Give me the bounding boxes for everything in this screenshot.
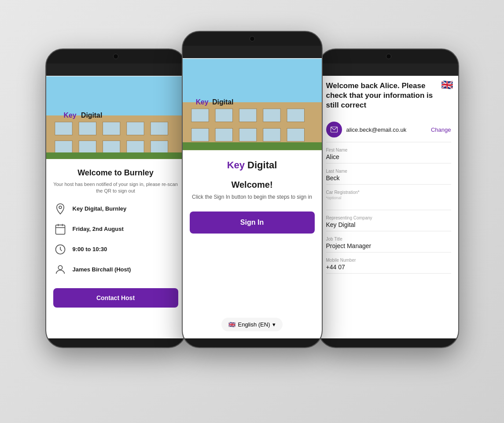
svg-rect-29 — [191, 128, 209, 141]
left-welcome-title: Welcome to Burnley — [53, 168, 178, 178]
brand-key: Key — [227, 160, 245, 171]
svg-rect-2 — [55, 122, 72, 135]
clock-icon — [53, 242, 67, 256]
host-row: James Birchall (Host) — [53, 263, 178, 277]
time-text: 9:00 to 10:30 — [73, 246, 107, 252]
right-flag-icon: 🇬🇧 — [441, 79, 453, 91]
location-text: Key Digital, Burnley — [73, 205, 127, 212]
phone-left-topbar — [46, 49, 185, 63]
job-title-label: Job Title — [326, 237, 451, 241]
svg-rect-4 — [103, 122, 120, 135]
svg-text:Digital: Digital — [212, 98, 233, 106]
svg-rect-5 — [126, 122, 144, 135]
email-address: alice.beck@email.co.uk — [346, 126, 427, 133]
first-name-field: First Name Alice — [326, 148, 451, 163]
welcome-back-title: Welcome back Alice. Please check that yo… — [326, 81, 451, 110]
phone-right-topbar — [319, 49, 458, 63]
car-reg-field: Car Registration* *optional — [326, 190, 451, 210]
last-name-value: Beck — [326, 174, 451, 182]
last-name-field: Last Name Beck — [326, 169, 451, 185]
svg-text:Digital: Digital — [81, 111, 102, 119]
car-reg-value — [326, 200, 451, 207]
location-icon — [53, 202, 67, 216]
language-selector[interactable]: 🇬🇧 English (EN) ▾ — [221, 318, 283, 331]
change-link[interactable]: Change — [431, 126, 451, 133]
first-name-value: Alice — [326, 153, 451, 160]
phone-right-statusbar — [319, 63, 458, 76]
phone-right-camera — [386, 54, 391, 59]
car-reg-label: Car Registration* — [326, 190, 451, 195]
phone-left-statusbar — [46, 63, 185, 76]
last-name-label: Last Name — [326, 169, 451, 174]
phone-center-statusbar — [183, 46, 322, 58]
phone-left: Key Digital Welcome to Burnley Your host… — [45, 48, 186, 348]
date-text: Friday, 2nd August — [73, 226, 124, 232]
job-title-value: Project Manager — [326, 242, 451, 249]
person-icon — [53, 263, 67, 277]
left-screen-content: Welcome to Burnley Your host has been no… — [46, 161, 185, 338]
chevron-down-icon: ▾ — [272, 321, 276, 328]
language-label: English (EN) — [238, 321, 270, 328]
svg-rect-3 — [79, 122, 96, 135]
svg-rect-10 — [126, 141, 144, 154]
time-row: 9:00 to 10:30 — [53, 242, 178, 256]
left-welcome-subtitle: Your host has been notified of your sign… — [53, 181, 178, 195]
phone-left-bottom — [46, 338, 185, 347]
svg-text:Key: Key — [63, 111, 76, 119]
svg-rect-30 — [215, 128, 233, 141]
right-screen-content: 🇬🇧 Welcome back Alice. Please check that… — [319, 76, 458, 338]
svg-rect-16 — [55, 225, 65, 234]
email-row: alice.beck@email.co.uk Change — [326, 117, 451, 142]
svg-rect-11 — [151, 141, 168, 154]
center-screen-content: Key Digital Welcome! Click the Sign In b… — [183, 152, 322, 338]
mobile-value: +44 07 — [326, 263, 451, 271]
phone-center-camera — [250, 36, 255, 41]
sign-in-button[interactable]: Sign In — [190, 212, 315, 234]
svg-rect-28 — [287, 109, 305, 122]
svg-rect-6 — [151, 122, 168, 135]
svg-rect-33 — [287, 128, 305, 141]
building-image-left: Key Digital — [46, 76, 185, 161]
svg-point-21 — [58, 265, 62, 269]
mobile-label: Mobile Number — [326, 258, 451, 263]
car-reg-optional: *optional — [326, 196, 451, 200]
phone-right-bottom — [319, 338, 458, 347]
svg-rect-9 — [103, 141, 120, 154]
svg-rect-26 — [239, 109, 257, 122]
svg-point-15 — [59, 206, 62, 208]
representing-label: Representing Company — [326, 215, 451, 220]
svg-rect-27 — [263, 109, 280, 122]
svg-rect-32 — [263, 128, 280, 141]
phone-center: Key Digital Key Digital Welcome! Click t… — [182, 31, 323, 348]
flag-emoji: 🇬🇧 — [228, 321, 235, 328]
date-row: Friday, 2nd August — [53, 222, 178, 236]
svg-text:Key: Key — [195, 98, 208, 106]
representing-value: Key Digital — [326, 221, 451, 228]
brand-digital: Digital — [245, 160, 277, 171]
contact-host-button[interactable]: Contact Host — [53, 288, 178, 308]
center-welcome-desc: Click the Sign In button to begin the st… — [192, 193, 312, 201]
svg-rect-8 — [79, 141, 96, 154]
phone-right-screen: 🇬🇧 Welcome back Alice. Please check that… — [319, 76, 458, 338]
location-row: Key Digital, Burnley — [53, 202, 178, 216]
phone-left-camera — [113, 54, 118, 59]
svg-rect-7 — [55, 141, 72, 154]
phone-left-screen: Key Digital Welcome to Burnley Your host… — [46, 76, 185, 338]
mobile-field: Mobile Number +44 07 — [326, 258, 451, 274]
phone-center-topbar — [183, 32, 322, 46]
job-title-field: Job Title Project Manager — [326, 237, 451, 252]
center-brand: Key Digital — [227, 160, 277, 171]
phone-center-bottom — [183, 338, 322, 347]
svg-rect-24 — [191, 109, 209, 122]
email-icon — [326, 122, 342, 137]
calendar-icon — [53, 222, 67, 236]
svg-rect-31 — [239, 128, 257, 141]
phone-center-screen: Key Digital Key Digital Welcome! Click t… — [183, 58, 322, 338]
building-image-center: Key Digital — [183, 58, 322, 152]
phone-right: 🇬🇧 Welcome back Alice. Please check that… — [318, 48, 459, 348]
first-name-label: First Name — [326, 148, 451, 152]
center-welcome-title: Welcome! — [231, 180, 272, 190]
representing-field: Representing Company Key Digital — [326, 215, 451, 231]
svg-rect-34 — [183, 142, 322, 150]
host-text: James Birchall (Host) — [73, 266, 131, 273]
